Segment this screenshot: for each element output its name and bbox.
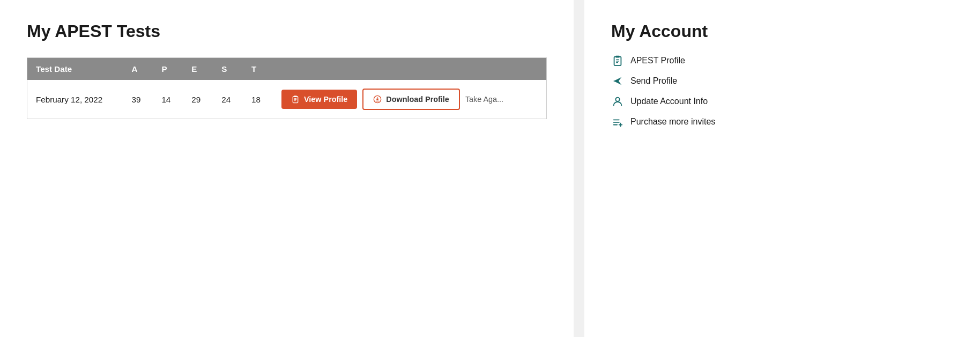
sidebar-item-purchase-invites[interactable]: Purchase more invites [611,115,953,128]
table-header: Test Date A P E S T [27,58,546,80]
sidebar-item-label: APEST Profile [630,56,685,65]
col-test-date: Test Date [27,58,123,80]
view-profile-button[interactable]: View Profile [281,90,357,109]
sidebar-item-update-account[interactable]: Update Account Info [611,95,953,108]
cell-a: 39 [123,80,153,119]
take-again-text: Take Aga... [465,95,503,104]
download-profile-button[interactable]: Download Profile [362,89,460,110]
col-a: A [123,58,153,80]
col-s: S [213,58,243,80]
header-row: Test Date A P E S T [27,58,546,80]
view-profile-label: View Profile [304,95,347,104]
col-actions [273,58,546,80]
cell-p: 14 [153,80,183,119]
download-btn-icon [373,95,382,104]
add-list-icon [611,115,624,128]
table-body: February 12, 2022 39 14 29 24 18 [27,80,546,119]
download-profile-label: Download Profile [386,95,449,104]
col-e: E [183,58,213,80]
col-p: P [153,58,183,80]
col-t: T [243,58,273,80]
cell-e: 29 [183,80,213,119]
sidebar-item-label: Update Account Info [630,97,708,106]
clipboard-btn-icon [291,95,300,104]
svg-point-13 [615,98,619,101]
page-wrapper: My APEST Tests Test Date A P E S T [0,0,980,337]
clipboard-icon [611,54,624,67]
apest-table: Test Date A P E S T February 12, 2022 39… [27,58,546,119]
send-icon [611,75,624,87]
cell-date: February 12, 2022 [27,80,123,119]
cell-actions: View Profile [273,80,546,119]
table-row: February 12, 2022 39 14 29 24 18 [27,80,546,119]
cell-s: 24 [213,80,243,119]
page-title: My APEST Tests [27,21,547,41]
user-icon [611,95,624,108]
sidebar-menu: APEST Profile Send Profile [611,54,953,128]
main-panel: My APEST Tests Test Date A P E S T [0,0,574,337]
sidebar-item-send-profile[interactable]: Send Profile [611,75,953,87]
table-wrapper: Test Date A P E S T February 12, 2022 39… [27,57,547,119]
sidebar-item-label: Purchase more invites [630,117,715,127]
sidebar-title: My Account [611,21,953,41]
cell-t: 18 [243,80,273,119]
sidebar-item-label: Send Profile [630,76,677,86]
action-buttons: View Profile [281,89,538,110]
sidebar-panel: My Account APEST Profile [584,0,980,337]
sidebar-item-apest-profile[interactable]: APEST Profile [611,54,953,67]
